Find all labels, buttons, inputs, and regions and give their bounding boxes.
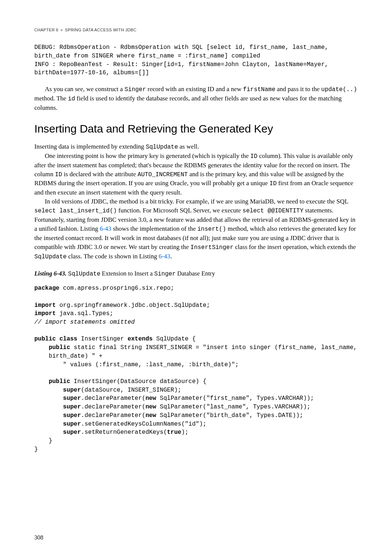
debug-output-block: DEBUG: RdbmsOperation - RdbmsOperation w…	[34, 43, 358, 77]
listing-caption: Listing 6-43. SqlUpdate Extension to Ins…	[34, 269, 358, 279]
chapter-title: Spring Data Access with JDBC	[65, 28, 136, 32]
listing-label: Listing 6-43.	[34, 270, 66, 277]
section-body: Inserting data is implemented by extendi…	[34, 142, 358, 261]
listing-link-2[interactable]: 6-43	[159, 253, 170, 260]
listing-link-1[interactable]: 6-43	[100, 225, 111, 232]
section-heading: Inserting Data and Retrieving the Genera…	[34, 121, 358, 137]
paragraph-1: As you can see, we construct a Singer re…	[34, 85, 358, 112]
page-header: Chapter 6 ■ Spring Data Access with JDBC	[34, 27, 358, 33]
page-number: 308	[34, 533, 43, 542]
header-separator: ■	[60, 28, 63, 32]
chapter-label: Chapter 6	[34, 28, 58, 32]
code-listing: package com.apress.prospring6.six.repo; …	[34, 284, 358, 454]
